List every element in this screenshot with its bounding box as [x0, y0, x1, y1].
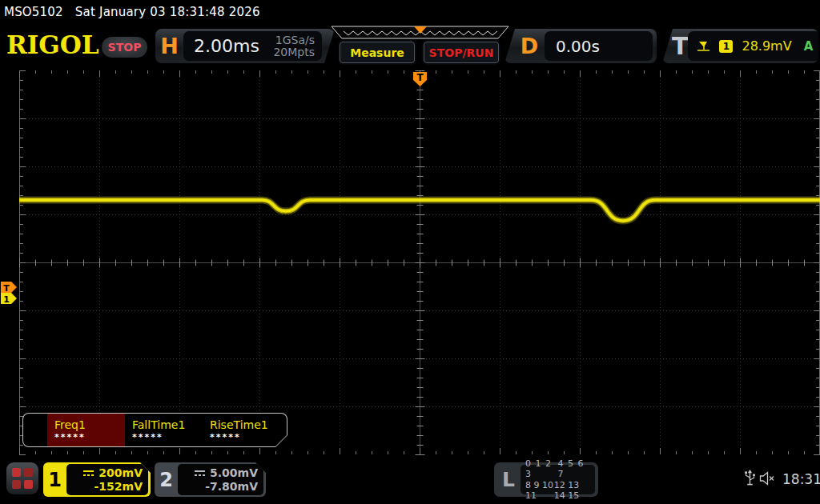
quick-menu-button[interactable] — [6, 462, 38, 494]
measurement-panel: Freq1 ***** FallTime1 ***** RiseTime1 **… — [22, 413, 287, 447]
delay-label: D — [514, 34, 545, 58]
model-name: MSO5102 — [4, 5, 63, 19]
measurement-value: ***** — [54, 432, 125, 442]
measurement-name: FallTime1 — [132, 418, 203, 431]
trigger-label: T — [672, 32, 688, 60]
delay-value: 0.00s — [556, 37, 600, 56]
waveform-display[interactable]: TT1 — [0, 67, 820, 461]
acquisition-status-badge[interactable]: STOP — [102, 37, 147, 58]
channel-offset: -7.80mV — [205, 480, 258, 494]
logic-label: L — [494, 468, 521, 491]
rigol-logo: RIGOL — [6, 30, 99, 60]
usb-icon — [743, 469, 757, 488]
trigger-settings-button[interactable]: T 1 28.9mV A — [662, 29, 818, 63]
measure-button[interactable]: Measure — [340, 42, 415, 63]
dc-coupling-icon — [82, 470, 94, 477]
channel-values: 5.00mV -7.80mV — [178, 464, 263, 495]
grid-icon — [24, 468, 33, 477]
channel-1-button[interactable]: 1 200mV -152mV — [43, 462, 151, 497]
channel-2-button[interactable]: 2 5.00mV -7.80mV — [155, 462, 266, 497]
channel-scale: 5.00mV — [210, 466, 258, 480]
svg-text:1: 1 — [3, 294, 10, 305]
channel-scale: 200mV — [98, 466, 143, 480]
horizontal-label: H — [155, 34, 183, 58]
datetime: Sat January 03 18:31:48 2026 — [75, 5, 260, 19]
measurement-name: RiseTime1 — [210, 418, 280, 431]
titlebar: MSO5102 Sat January 03 18:31:48 2026 — [4, 0, 260, 24]
trigger-source-badge: 1 — [719, 40, 733, 53]
measurement-cell-risetime1[interactable]: RiseTime1 ***** — [203, 414, 280, 446]
channel-number: 1 — [43, 462, 66, 497]
measurement-name: Freq1 — [54, 418, 125, 431]
logic-group: 12 13 14 15 — [554, 480, 590, 501]
measurement-panel-inner: Freq1 ***** FallTime1 ***** RiseTime1 **… — [23, 414, 287, 446]
trigger-inset: 1 28.9mV A — [688, 31, 820, 61]
sample-rate: 1GSa/s — [273, 34, 315, 46]
measurement-value: ***** — [132, 432, 203, 442]
clock: 18:31 — [782, 471, 820, 487]
horizontal-inset: 2.00ms 1GSa/s 20Mpts — [183, 31, 322, 61]
channel-offset: -152mV — [94, 480, 143, 494]
timebase-value: 2.00ms — [194, 36, 259, 56]
delay-inset: 0.00s — [545, 31, 653, 61]
grid-icon — [24, 480, 33, 489]
logic-group: 8 9 10 11 — [525, 480, 554, 501]
delay-settings-button[interactable]: D 0.00s — [504, 29, 657, 63]
svg-text:T: T — [416, 72, 424, 83]
speaker-muted-icon — [759, 471, 777, 486]
waveform-position-preview[interactable] — [331, 26, 510, 40]
grid-icon — [12, 480, 21, 489]
horizontal-settings-button[interactable]: H 2.00ms 1GSa/s 20Mpts — [155, 29, 335, 63]
measurement-value: ***** — [210, 432, 280, 442]
logic-group: 4 5 6 7 — [557, 458, 590, 479]
falling-edge-trigger-icon — [696, 40, 710, 53]
trigger-mode: A — [804, 39, 814, 54]
grid-icon — [12, 468, 21, 477]
logic-group: 0 1 2 3 — [525, 458, 558, 479]
acquisition-rates: 1GSa/s 20Mpts — [273, 34, 315, 58]
svg-text:T: T — [3, 283, 10, 294]
measurement-cell-falltime1[interactable]: FallTime1 ***** — [125, 414, 203, 446]
stop-run-button[interactable]: STOP/RUN — [424, 42, 499, 63]
channel-number: 2 — [155, 462, 178, 497]
logic-channel-list: 0 1 2 3 4 5 6 7 8 9 10 11 12 13 14 15 — [521, 465, 595, 494]
channel-values: 200mV -152mV — [66, 464, 148, 495]
dc-coupling-icon — [194, 470, 206, 477]
oscilloscope-screen: MSO5102 Sat January 03 18:31:48 2026 RIG… — [0, 0, 820, 504]
logic-channels-button[interactable]: L 0 1 2 3 4 5 6 7 8 9 10 11 12 13 14 15 — [494, 462, 598, 497]
memory-depth: 20Mpts — [273, 46, 315, 58]
trigger-level: 28.9mV — [742, 38, 791, 54]
measurement-cell-freq1[interactable]: Freq1 ***** — [47, 414, 125, 446]
